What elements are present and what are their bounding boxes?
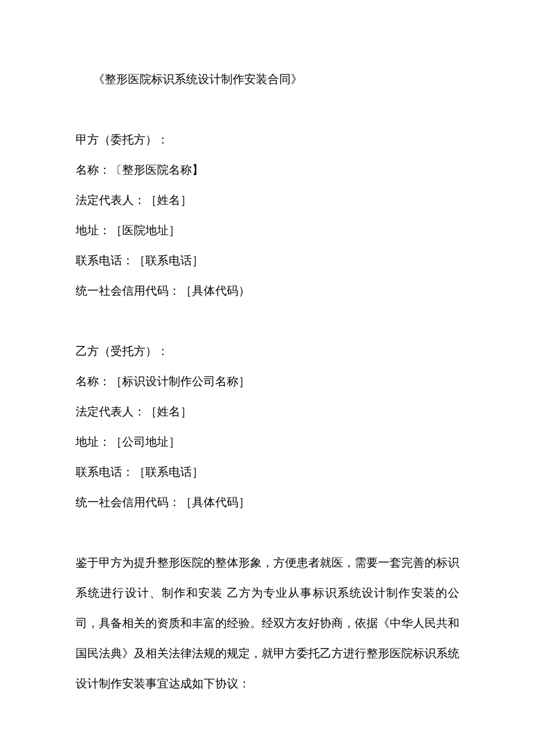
party-b-header: 乙方（受托方）： [76, 336, 459, 366]
party-a-name: 名称：〔整形医院名称】 [76, 155, 459, 185]
party-b-phone: 联系电话：［联系电话］ [76, 457, 459, 487]
recital-paragraph: 鉴于甲方为提升整形医院的整体形象，方便患者就医，需要一套完善的标识系统进行设计、… [76, 547, 459, 698]
party-a-header: 甲方（委托方）： [76, 124, 459, 155]
party-a-section: 甲方（委托方）： 名称：〔整形医院名称】 法定代表人：［姓名］ 地址：［医院地址… [76, 124, 459, 306]
party-a-address: 地址：［医院地址］ [76, 215, 459, 245]
party-b-representative: 法定代表人：［姓名］ [76, 396, 459, 427]
party-b-address: 地址：［公司地址］ [76, 427, 459, 457]
party-a-representative: 法定代表人：［姓名］ [76, 185, 459, 215]
party-a-credit-code: 统一社会信用代码：［具体代码） [76, 275, 459, 306]
party-a-phone: 联系电话：［联系电话］ [76, 245, 459, 275]
party-b-credit-code: 统一社会信用代码：［具体代码］ [76, 487, 459, 517]
document-title: 《整形医院标识系统设计制作安装合同》 [76, 64, 459, 94]
party-b-name: 名称：［标识设计制作公司名称］ [76, 366, 459, 396]
party-b-section: 乙方（受托方）： 名称：［标识设计制作公司名称］ 法定代表人：［姓名］ 地址：［… [76, 336, 459, 517]
